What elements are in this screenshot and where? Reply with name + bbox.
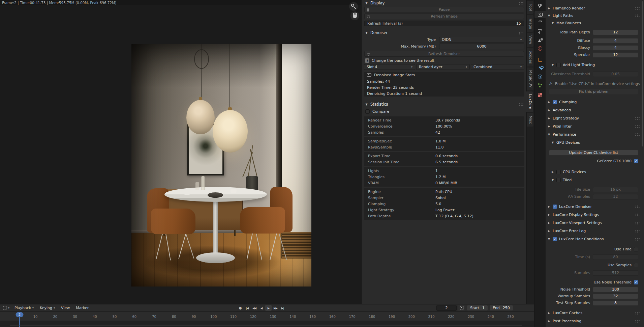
panel-header-statistics[interactable]: ▼ Statistics: [364, 101, 524, 107]
play-reverse-button[interactable]: ◀: [258, 305, 265, 311]
panel-header-max-bounces[interactable]: ▼ Max Bounces: [546, 20, 642, 26]
max-memory-field[interactable]: 6000: [439, 44, 524, 49]
test-step-samples-field[interactable]: 8: [593, 300, 638, 306]
panel-header-advanced[interactable]: ▶ Advanced: [546, 107, 642, 113]
properties-scrollbar[interactable]: [642, 1, 643, 146]
drag-dots-icon[interactable]: [635, 117, 640, 120]
panel-header-clamping[interactable]: ▶ ✓ Clamping: [546, 99, 642, 105]
total-path-depth-field[interactable]: 12: [593, 30, 638, 35]
tab-scopes[interactable]: Scopes: [527, 48, 533, 66]
image-editor-viewport[interactable]: Frame:2 | Time:00:41.73 | Mem:595.75M (0…: [0, 0, 361, 304]
preview-range-button[interactable]: [458, 305, 465, 311]
drag-dots-icon[interactable]: [635, 7, 640, 10]
panel-header-light-paths[interactable]: ▼ Light Paths: [546, 12, 642, 19]
drag-dots-icon[interactable]: [519, 31, 524, 34]
panel-header-tiled[interactable]: ▼ Tiled: [546, 176, 642, 183]
update-opencl-button[interactable]: Update OpenCL device list: [549, 150, 638, 156]
pass-dropdown[interactable]: Combined ▾: [471, 64, 524, 70]
drag-dots-icon[interactable]: [635, 311, 640, 315]
panel-header-luxcore-viewport-settings[interactable]: ▶ LuxCore Viewport Settings: [546, 219, 642, 226]
drag-dots-icon[interactable]: [635, 14, 640, 17]
drag-dots-icon[interactable]: [635, 213, 640, 216]
panel-header-performance[interactable]: ▼ Performance: [546, 131, 642, 138]
luxcore-denoiser-checkbox[interactable]: ✓: [553, 205, 557, 209]
drag-dots-icon[interactable]: [635, 320, 640, 323]
panel-header-post-processing[interactable]: ▶ Post Processing: [546, 318, 642, 324]
panel-header-cpu-devices[interactable]: ▶ CPU Devices: [546, 168, 642, 175]
tab-modifiers-icon[interactable]: [534, 64, 546, 72]
panel-header-light-strategy[interactable]: ▶ Light Strategy: [546, 115, 642, 121]
tab-render-icon[interactable]: [534, 11, 546, 18]
editor-type-button[interactable]: ▾: [0, 304, 11, 311]
start-frame-field[interactable]: Start 1: [467, 305, 488, 311]
drag-dots-icon[interactable]: [635, 229, 640, 233]
use-time-checkbox[interactable]: [634, 247, 638, 251]
panel-header-pixel-filter[interactable]: ▶ Pixel Filter: [546, 123, 642, 130]
fix-problem-button[interactable]: Fix this problem: [549, 89, 638, 94]
tab-scene-icon[interactable]: [534, 36, 546, 44]
menu-marker[interactable]: Marker: [73, 304, 92, 311]
clamping-checkbox[interactable]: ✓: [553, 100, 557, 104]
panel-header-luxcore-caches[interactable]: ▶ LuxCore Caches: [546, 309, 642, 316]
refresh-denoiser-button[interactable]: Refresh Denoiser: [364, 51, 524, 57]
tab-object-icon[interactable]: [534, 56, 546, 63]
drag-dots-icon[interactable]: [635, 238, 640, 241]
menu-view[interactable]: View: [58, 304, 73, 311]
panel-header-luxcore-error-log[interactable]: ▶ LuxCore Error Log: [546, 227, 642, 234]
slot-dropdown[interactable]: Slot 4 ▾: [364, 64, 415, 70]
tab-view[interactable]: View: [527, 33, 533, 47]
zoom-tool-icon[interactable]: [349, 2, 358, 11]
samples-field[interactable]: 512: [593, 270, 638, 276]
panel-header-luxcore-denoiser[interactable]: ▶ ✓ LuxCore Denoiser: [546, 203, 642, 210]
panel-header-display[interactable]: ▼ Display: [364, 0, 524, 6]
drag-dots-icon[interactable]: [635, 133, 640, 136]
drag-dots-icon[interactable]: [635, 205, 640, 208]
time-field[interactable]: 80: [593, 254, 638, 260]
drag-dots-icon[interactable]: [635, 125, 640, 128]
tab-luxcore[interactable]: LuxCore: [526, 91, 533, 112]
play-button[interactable]: ▶: [265, 305, 272, 311]
tiled-checkbox[interactable]: [556, 178, 561, 182]
menu-playback[interactable]: Playback ▾: [11, 304, 37, 311]
tab-texture-icon[interactable]: [534, 91, 546, 99]
jump-to-start-button[interactable]: |◀: [244, 305, 250, 311]
playhead-frame-badge[interactable]: 2: [16, 312, 24, 317]
cpu-devices-checkbox[interactable]: [556, 170, 561, 174]
tab-world-icon[interactable]: [534, 45, 546, 52]
timeline-scrollbar[interactable]: [10, 325, 522, 326]
panel-header-luxcore-display-settings[interactable]: ▶ LuxCore Display Settings: [546, 211, 642, 218]
timeline-ruler[interactable]: 1020304050607080901001101201301401501601…: [0, 312, 534, 327]
add-light-tracing-checkbox[interactable]: [556, 63, 561, 67]
tab-output-icon[interactable]: [534, 19, 546, 27]
glossiness-threshold-field[interactable]: 0.05: [593, 72, 638, 77]
drag-dots-icon[interactable]: [635, 221, 640, 224]
refresh-interval-field[interactable]: Refresh Interval (s) 15: [364, 21, 524, 26]
panel-header-halt-conditions[interactable]: ▼ ✓ LuxCore Halt Conditions: [546, 236, 642, 242]
renderlayer-dropdown[interactable]: RenderLayer ▾: [416, 64, 470, 70]
tab-misc[interactable]: Misc: [527, 113, 533, 127]
pan-hand-icon[interactable]: [350, 11, 359, 20]
tab-particles-icon[interactable]: [534, 81, 546, 89]
panel-header-denoiser[interactable]: ▼ Denoiser: [364, 30, 524, 36]
end-frame-field[interactable]: End 250: [489, 305, 513, 311]
diffuse-field[interactable]: 4: [593, 38, 638, 44]
panel-header-add-light-tracing[interactable]: ▼ Add Light Tracing: [546, 61, 642, 68]
menu-keying[interactable]: Keying ▾: [37, 304, 58, 311]
pause-button[interactable]: Pause: [364, 7, 524, 12]
tab-tool[interactable]: Tool: [527, 1, 533, 14]
tab-view-layer-icon[interactable]: [534, 28, 546, 35]
gpu-device-checkbox[interactable]: ✓: [634, 159, 638, 163]
tab-physics-icon[interactable]: [534, 73, 546, 80]
glossy-field[interactable]: 4: [593, 45, 638, 51]
aa-samples-field[interactable]: 32: [593, 194, 638, 199]
drag-dots-icon[interactable]: [519, 2, 524, 5]
noise-threshold-field[interactable]: 100: [593, 287, 638, 292]
drag-dots-icon[interactable]: [519, 103, 524, 106]
specular-field[interactable]: 12: [593, 52, 638, 58]
current-frame-field[interactable]: 2: [436, 305, 457, 311]
refresh-image-button[interactable]: Refresh Image: [364, 13, 524, 19]
denoiser-type-dropdown[interactable]: OIDN ▾: [439, 37, 524, 43]
use-noise-threshold-checkbox[interactable]: ✓: [634, 280, 638, 284]
compare-checkbox[interactable]: [365, 109, 370, 114]
panel-header-flamenco[interactable]: ▶ Flamenco Render: [546, 5, 642, 11]
